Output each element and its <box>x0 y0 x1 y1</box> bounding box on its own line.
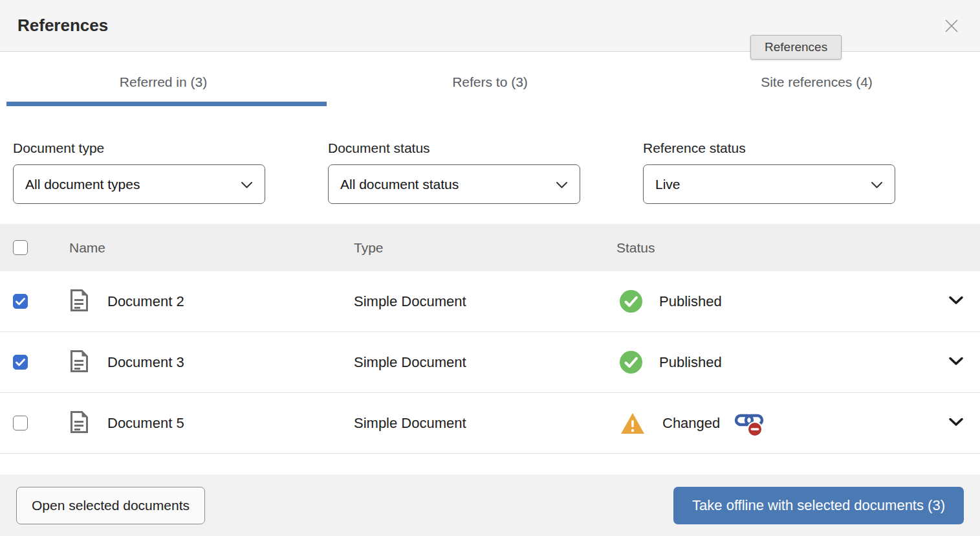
warning-triangle-icon <box>620 412 646 435</box>
filter-label: Document status <box>328 140 580 156</box>
document-name-link[interactable]: Document 3 <box>107 354 184 371</box>
document-icon <box>70 350 89 375</box>
document-type: Simple Document <box>349 293 611 310</box>
row-checkbox[interactable] <box>13 294 28 309</box>
chevron-down-icon <box>241 177 253 192</box>
close-button[interactable] <box>941 15 963 37</box>
broken-reference-icon <box>734 410 764 437</box>
chevron-down-icon <box>948 296 964 307</box>
chevron-down-icon <box>948 357 964 368</box>
filters-row: Document type All document types Documen… <box>0 140 980 204</box>
filter-document-type: Document type All document types <box>13 140 265 204</box>
document-name-link[interactable]: Document 2 <box>107 293 184 310</box>
tab-underline <box>660 102 980 106</box>
published-check-circle-icon <box>620 290 642 313</box>
open-selected-documents-button[interactable]: Open selected documents <box>16 487 205 524</box>
close-icon <box>943 27 960 36</box>
tooltip-text: References <box>765 40 827 54</box>
table-header-row: Name Type Status <box>0 224 980 271</box>
status-badge: Published <box>659 293 722 310</box>
filter-label: Reference status <box>643 140 895 156</box>
take-offline-button[interactable]: Take offline with selected documents (3) <box>673 487 964 524</box>
column-header-status: Status <box>611 240 931 256</box>
dialog-footer: Open selected documents Take offline wit… <box>0 475 980 536</box>
chevron-down-icon <box>556 177 568 192</box>
column-header-name: Name <box>65 240 349 256</box>
row-expand-button[interactable] <box>931 357 980 368</box>
row-checkbox[interactable] <box>13 416 28 430</box>
document-icon <box>70 410 89 436</box>
reference-status-select[interactable]: Live <box>643 164 895 204</box>
tab-site-references[interactable]: Site references (4) <box>653 52 980 109</box>
document-type-select[interactable]: All document types <box>13 164 265 204</box>
chevron-down-icon <box>948 418 964 429</box>
tab-bar: Referred in (3) Refers to (3) Site refer… <box>0 52 980 109</box>
tab-label: Refers to (3) <box>452 74 528 90</box>
select-value: Live <box>655 177 681 192</box>
select-all-checkbox[interactable] <box>13 240 28 255</box>
status-badge: Changed <box>662 415 720 432</box>
status-badge: Published <box>659 354 722 371</box>
chevron-down-icon <box>871 177 883 192</box>
active-tab-underline <box>6 102 327 106</box>
row-expand-button[interactable] <box>931 296 980 307</box>
references-table: Name Type Status Document 2 Simple Docum… <box>0 224 980 454</box>
dialog-title: References <box>17 16 108 36</box>
tab-label: Referred in (3) <box>120 74 207 90</box>
select-value: All document types <box>25 177 140 192</box>
table-row: Document 2 Simple Document Published <box>0 271 980 332</box>
document-type: Simple Document <box>349 354 611 371</box>
filter-document-status: Document status All document status <box>328 140 580 204</box>
document-name-link[interactable]: Document 5 <box>107 415 184 432</box>
select-value: All document status <box>340 177 459 192</box>
tab-referred-in[interactable]: Referred in (3) <box>0 52 327 109</box>
filter-label: Document type <box>13 140 265 156</box>
tab-underline <box>333 102 653 106</box>
table-row: Document 5 Simple Document Changed <box>0 393 980 454</box>
column-header-type: Type <box>349 240 611 256</box>
table-row: Document 3 Simple Document Published <box>0 332 980 393</box>
row-expand-button[interactable] <box>931 418 980 429</box>
tab-refers-to[interactable]: Refers to (3) <box>327 52 653 109</box>
references-tooltip: References <box>750 35 842 60</box>
document-icon <box>70 289 89 315</box>
document-status-select[interactable]: All document status <box>328 164 580 204</box>
row-checkbox[interactable] <box>13 355 28 370</box>
published-check-circle-icon <box>620 351 642 374</box>
filter-reference-status: Reference status Live <box>643 140 895 204</box>
tab-label: Site references (4) <box>761 74 873 90</box>
document-type: Simple Document <box>349 415 611 432</box>
